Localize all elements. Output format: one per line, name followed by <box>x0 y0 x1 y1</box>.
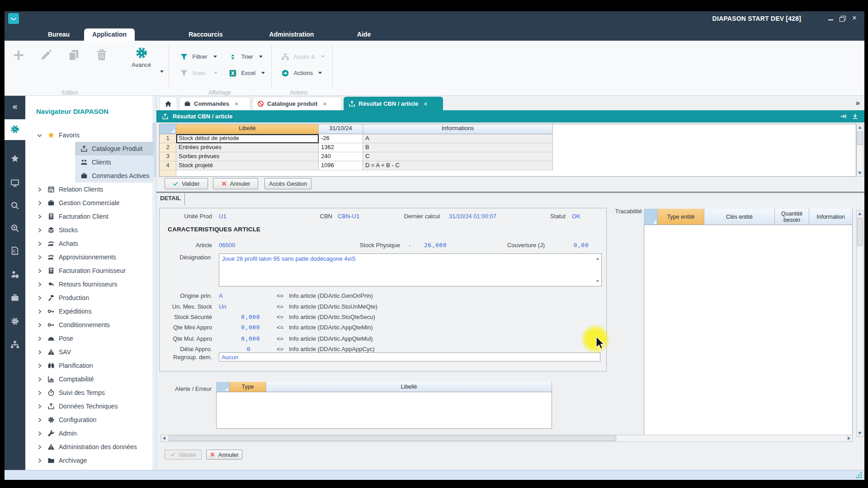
tab-home[interactable] <box>159 97 177 110</box>
vues-button[interactable]: Vues <box>180 69 217 77</box>
scroll-up-icon[interactable] <box>596 258 599 260</box>
valider-button[interactable]: Valider <box>165 178 208 189</box>
menu-tab-bureau[interactable]: Bureau <box>36 28 81 41</box>
scroll-down-icon[interactable] <box>857 170 863 176</box>
tree-item-clients[interactable]: Clients <box>75 155 154 169</box>
tree-item-production[interactable]: Production <box>25 291 156 305</box>
menu-tab-administration[interactable]: Administration <box>258 28 326 41</box>
avance-button[interactable]: Avancé <box>132 46 151 68</box>
actions-button[interactable]: Actions <box>281 69 322 77</box>
tree-item-retours-fournisseurs[interactable]: Retours fournisseurs <box>25 277 156 291</box>
tracabilite-column-type-entite[interactable]: Type entité <box>658 209 704 225</box>
column-header-date[interactable]: 31/10/24 <box>319 124 363 134</box>
rail-item-settings[interactable] <box>5 312 25 331</box>
tracabilite-select-all-cell[interactable] <box>644 209 658 225</box>
grid-cell-libelle[interactable]: Stock début de période <box>176 134 319 143</box>
menu-tab-raccourcis[interactable]: Raccourcis <box>176 28 235 41</box>
tree-item-approvisionnements[interactable]: Approvisionnements <box>25 250 156 264</box>
tree-item-favoris[interactable]: Favoris <box>25 128 156 142</box>
designation-field[interactable]: Joue 28 profil talon 95 sans patte dodéc… <box>219 253 602 286</box>
grid-cell-libelle[interactable]: Stock projeté <box>176 161 319 170</box>
tree-item-gestion-commerciale[interactable]: Gestion Commerciale <box>25 196 156 210</box>
resize-grip-icon[interactable] <box>856 473 862 478</box>
row-number[interactable]: 1 <box>160 134 176 143</box>
tree-item-suivi-des-temps[interactable]: Suivi des Temps <box>25 386 156 399</box>
acces-gestion-button[interactable]: Accès Gestion <box>264 178 311 189</box>
grid-vertical-scrollbar[interactable] <box>856 124 863 177</box>
alerte-column-libelle[interactable]: Libellé <box>266 382 552 392</box>
scrollbar-thumb[interactable] <box>857 131 863 145</box>
tab-commandes[interactable]: Commandes × <box>179 97 250 110</box>
row-number[interactable]: 4 <box>160 161 176 170</box>
filtrer-button[interactable]: Filtrer <box>180 52 217 61</box>
alerte-column-type[interactable]: Type <box>230 382 266 392</box>
tracabilite-column-cles-entite[interactable]: Clés entité <box>704 209 775 225</box>
rail-item-business[interactable] <box>5 288 25 307</box>
column-header-libelle[interactable]: Libellé <box>176 124 319 134</box>
row-number[interactable]: 2 <box>160 143 176 152</box>
tree-item-admin[interactable]: Admin <box>25 427 156 440</box>
footer-annuler-button[interactable]: Annuler <box>206 450 242 460</box>
tree-item-configuration[interactable]: Configuration <box>25 413 156 427</box>
restore-button[interactable] <box>838 14 847 23</box>
tracabilite-column-information[interactable]: Information <box>809 209 853 225</box>
alerte-select-all-cell[interactable] <box>216 382 230 392</box>
rail-item-desktop[interactable] <box>5 174 25 192</box>
tree-item-facturation-fournisseur[interactable]: Facturation Fournisseur <box>25 264 156 277</box>
tracabilite-column-quantite-besoin[interactable]: Quantité besoin <box>775 209 809 225</box>
rail-item-favorites[interactable] <box>5 149 25 168</box>
scrollbar-thumb[interactable] <box>857 218 863 246</box>
scroll-down-icon[interactable] <box>857 430 863 436</box>
close-icon[interactable]: × <box>235 100 238 108</box>
goto-end-icon[interactable] <box>840 113 847 120</box>
grid-cell-info[interactable]: B <box>363 143 553 152</box>
tree-item-conditionnements[interactable]: Conditionnements <box>25 318 156 332</box>
rail-item-search[interactable] <box>5 196 25 215</box>
rail-item-hierarchy[interactable] <box>5 335 25 354</box>
scroll-left-icon[interactable] <box>161 435 167 441</box>
grid-cell-info[interactable]: D = A + B - C <box>363 161 553 170</box>
rail-item-users[interactable] <box>5 265 25 284</box>
edit-button[interactable] <box>40 49 52 63</box>
tree-item-donnees-techniques[interactable]: Données Techniques <box>25 399 156 413</box>
rail-item-navigator[interactable] <box>5 119 25 140</box>
scroll-up-icon[interactable] <box>857 124 863 131</box>
tree-item-commandes-actives[interactable]: Commandes Actives <box>75 169 154 183</box>
close-icon[interactable]: × <box>323 100 326 108</box>
row-number[interactable]: 3 <box>160 152 176 161</box>
close-icon[interactable]: × <box>424 100 427 108</box>
footer-valider-button[interactable]: Valider <box>165 450 202 460</box>
tree-item-comptabilite[interactable]: Comptabilité <box>25 372 156 386</box>
grid-cell-value[interactable]: 1362 <box>319 143 363 152</box>
scroll-down-icon[interactable] <box>596 280 599 282</box>
grid-select-all-cell[interactable] <box>160 124 176 134</box>
copy-button[interactable] <box>67 49 80 63</box>
new-button[interactable] <box>12 49 25 63</box>
scroll-right-icon[interactable] <box>846 435 852 441</box>
close-button[interactable]: × <box>850 14 859 23</box>
annuler-button[interactable]: Annuler <box>213 178 258 189</box>
download-icon[interactable] <box>852 113 859 120</box>
tab-detail[interactable]: DETAIL <box>160 195 181 202</box>
tree-item-relation-clients[interactable]: Relation Clients <box>25 183 156 196</box>
acces-a-button[interactable]: Accès à <box>281 52 325 61</box>
tree-item-stocks[interactable]: Stocks <box>25 223 156 237</box>
grid-cell-value[interactable]: 240 <box>319 152 363 161</box>
grid-cell-value[interactable]: 1096 <box>319 161 363 170</box>
menu-tab-application[interactable]: Application <box>84 28 135 41</box>
tree-item-pose[interactable]: Pose <box>25 332 156 345</box>
horizontal-scrollbar[interactable] <box>160 435 853 442</box>
tree-item-administration-des-donnees[interactable]: Administration des données <box>25 440 156 454</box>
rail-item-locate[interactable] <box>5 219 25 238</box>
tree-item-planification[interactable]: Planification <box>25 359 156 372</box>
sidebar-collapse-button[interactable]: « <box>5 98 25 115</box>
grid-cell-info[interactable]: A <box>363 134 553 143</box>
trier-button[interactable]: Trier <box>229 52 263 61</box>
panel-vertical-scrollbar[interactable] <box>856 210 863 437</box>
column-header-informations[interactable]: Informations <box>363 124 553 134</box>
tab-resultat-cbn-article[interactable]: Résultat CBN / article × <box>344 97 443 110</box>
tree-item-facturation-client[interactable]: Facturation Client <box>25 210 156 223</box>
tree-item-archivage[interactable]: Archivage <box>25 454 156 467</box>
minimize-button[interactable] <box>826 14 835 23</box>
tab-catalogue-produit[interactable]: Catalogue produit × <box>252 97 342 110</box>
